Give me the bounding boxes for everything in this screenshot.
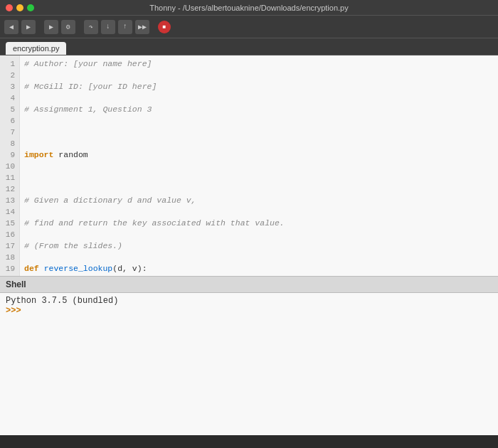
- shell-tab-label[interactable]: Shell: [6, 279, 26, 289]
- close-button[interactable]: [6, 4, 13, 11]
- title-bar: Thonny - /Users/albertouaknine/Downloads…: [0, 0, 498, 16]
- traffic-lights: [6, 4, 34, 11]
- shell-header: Shell: [0, 276, 498, 293]
- step-into-button[interactable]: ↓: [101, 20, 115, 34]
- step-over-button[interactable]: ↷: [84, 20, 98, 34]
- run-button[interactable]: ▶: [44, 20, 58, 34]
- line-numbers: 1 2 3 4 5 6 7 8 9 10 11 12 13 14 15 16 1…: [0, 55, 20, 276]
- shell-content[interactable]: Python 3.7.5 (bundled) >>>: [0, 293, 498, 435]
- step-out-button[interactable]: ↑: [118, 20, 132, 34]
- file-tabs: encryption.py: [0, 38, 498, 55]
- settings-button[interactable]: ⚙: [61, 20, 75, 34]
- code-text[interactable]: # Author: [your name here] # McGill ID: …: [20, 55, 498, 276]
- shell-prompt: >>>: [6, 306, 492, 316]
- stop-button[interactable]: ■: [158, 21, 171, 33]
- file-tab-encryption[interactable]: encryption.py: [6, 42, 66, 55]
- back-button[interactable]: ◀: [4, 20, 18, 34]
- minimize-button[interactable]: [16, 4, 23, 11]
- window-title: Thonny - /Users/albertouaknine/Downloads…: [149, 4, 348, 12]
- toolbar: ◀ ▶ ▶ ⚙ ↷ ↓ ↑ ▶▶ ■: [0, 16, 498, 38]
- resume-button[interactable]: ▶▶: [135, 20, 149, 34]
- code-editor[interactable]: 1 2 3 4 5 6 7 8 9 10 11 12 13 14 15 16 1…: [0, 55, 498, 276]
- maximize-button[interactable]: [27, 4, 34, 11]
- prompt-symbol: >>>: [6, 306, 21, 316]
- forward-button[interactable]: ▶: [21, 20, 36, 34]
- python-version: Python 3.7.5 (bundled): [6, 296, 492, 306]
